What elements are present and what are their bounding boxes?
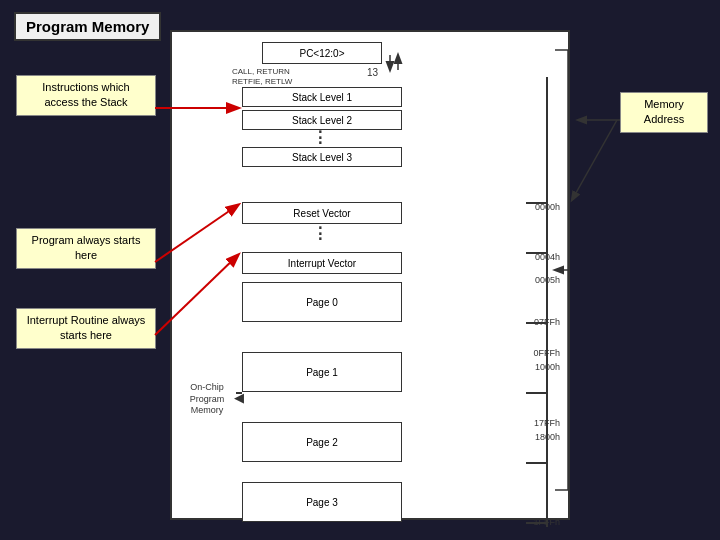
page1-block: Page 1 xyxy=(242,352,402,392)
num-13: 13 xyxy=(367,67,378,78)
diagram-area: PC<12:0> CALL, RETURNRETFIE, RETLW 13 St… xyxy=(170,30,570,520)
interrupt-vector-block: Interrupt Vector xyxy=(242,252,402,274)
svg-line-10 xyxy=(572,120,617,200)
page0-block: Page 0 xyxy=(242,282,402,322)
stack-level-1: Stack Level 1 xyxy=(242,87,402,107)
stack-level-2: Stack Level 2 xyxy=(242,110,402,130)
hline-reset xyxy=(526,202,548,204)
hline-p0bot xyxy=(526,322,548,324)
annotation-interrupt: Interrupt Routine always starts here xyxy=(16,308,156,349)
right-border-line xyxy=(546,77,548,527)
page3-block: Page 3 xyxy=(242,482,402,522)
annotation-program: Program always starts here xyxy=(16,228,156,269)
page2-block: Page 2 xyxy=(242,422,402,462)
reset-vector-block: Reset Vector xyxy=(242,202,402,224)
slide: Program Memory PC<12:0> CALL, RETURNRETF… xyxy=(0,0,720,540)
annotation-memory-address: Memory Address xyxy=(620,92,708,133)
call-return-label: CALL, RETURNRETFIE, RETLW xyxy=(232,67,292,88)
hline-p1bot xyxy=(526,392,548,394)
annotation-instructions: Instructions which access the Stack xyxy=(16,75,156,116)
pc-box: PC<12:0> xyxy=(262,42,382,64)
pc-label: PC<12:0> xyxy=(299,48,344,59)
hline-p3bot xyxy=(526,522,548,524)
stack-level-3: Stack Level 3 xyxy=(242,147,402,167)
onchip-line xyxy=(236,392,242,394)
stack-dots: ⋮ xyxy=(312,128,328,147)
onchip-label: On-ChipProgramMemory xyxy=(177,382,237,417)
slide-title: Program Memory xyxy=(14,12,161,41)
hline-p2bot xyxy=(526,462,548,464)
main-dots: ⋮ xyxy=(312,224,328,243)
hline-interrupt xyxy=(526,252,548,254)
